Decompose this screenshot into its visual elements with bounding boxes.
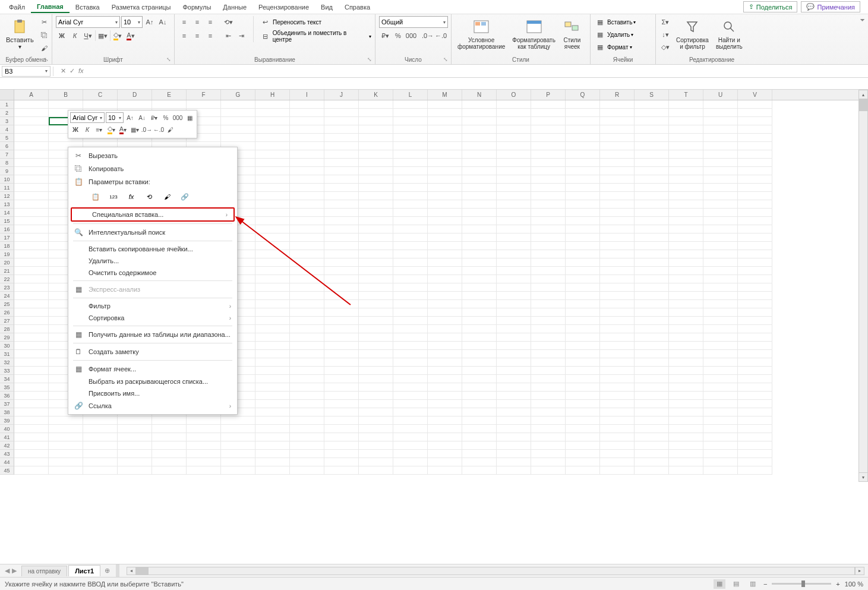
mini-inc-dec[interactable]: .0→: [141, 124, 152, 135]
cell[interactable]: [531, 417, 566, 425]
share-button[interactable]: ⇪Поделиться: [743, 1, 798, 12]
row-header[interactable]: 9: [0, 167, 14, 175]
cell[interactable]: [600, 142, 635, 150]
cell[interactable]: [635, 217, 669, 225]
cell[interactable]: [635, 125, 669, 134]
cell[interactable]: [393, 441, 428, 450]
collapse-ribbon-button[interactable]: ⏷: [860, 17, 866, 23]
cell[interactable]: [359, 167, 393, 175]
orientation-button[interactable]: ⟲▾: [222, 16, 234, 28]
cell[interactable]: [255, 242, 290, 250]
cell[interactable]: [83, 417, 118, 425]
cell[interactable]: [738, 275, 772, 283]
cell[interactable]: [14, 109, 49, 117]
ctx-new-note[interactable]: 🗒Создать заметку: [68, 345, 237, 358]
cell[interactable]: [531, 175, 566, 184]
ctx-filter[interactable]: Фильтр›: [68, 300, 237, 312]
cell[interactable]: [290, 317, 324, 325]
cell[interactable]: [14, 250, 49, 258]
sheet-tab-1[interactable]: на отправку: [21, 566, 67, 576]
cell[interactable]: [83, 450, 118, 458]
cell[interactable]: [738, 441, 772, 450]
cell[interactable]: [635, 184, 669, 192]
cell[interactable]: [359, 350, 393, 358]
mini-percent[interactable]: %: [160, 112, 171, 123]
cell[interactable]: [359, 392, 393, 400]
row-header[interactable]: 42: [0, 441, 14, 450]
cell[interactable]: [290, 383, 324, 392]
row-header[interactable]: 31: [0, 350, 14, 358]
cell[interactable]: [290, 142, 324, 150]
cell[interactable]: [497, 466, 531, 475]
cell[interactable]: [462, 392, 497, 400]
align-launcher[interactable]: ⤡: [367, 56, 372, 62]
cell[interactable]: [497, 450, 531, 458]
cell[interactable]: [359, 258, 393, 267]
cell[interactable]: [600, 283, 635, 292]
cell[interactable]: [359, 100, 393, 109]
cell[interactable]: [497, 292, 531, 300]
cell[interactable]: [462, 209, 497, 217]
cell[interactable]: [497, 342, 531, 350]
cell[interactable]: [531, 433, 566, 441]
cell[interactable]: [497, 150, 531, 159]
cell[interactable]: [462, 408, 497, 417]
cell[interactable]: [531, 167, 566, 175]
cell[interactable]: [600, 342, 635, 350]
col-header[interactable]: D: [118, 90, 152, 100]
cell[interactable]: [566, 383, 600, 392]
cell[interactable]: [669, 358, 703, 367]
cell[interactable]: [635, 209, 669, 217]
cell[interactable]: [255, 333, 290, 342]
cell[interactable]: [566, 250, 600, 258]
cell[interactable]: [255, 134, 290, 142]
cell[interactable]: [14, 134, 49, 142]
cell[interactable]: [531, 250, 566, 258]
cell[interactable]: [600, 433, 635, 441]
cell[interactable]: [635, 192, 669, 200]
cell[interactable]: [669, 342, 703, 350]
cell[interactable]: [497, 234, 531, 242]
cell[interactable]: [497, 400, 531, 408]
cell[interactable]: [14, 283, 49, 292]
cell[interactable]: [703, 109, 738, 117]
name-box[interactable]: B3▾: [2, 66, 50, 77]
cell[interactable]: [497, 392, 531, 400]
cell[interactable]: [669, 392, 703, 400]
mini-decrease-font[interactable]: A↓: [137, 112, 147, 123]
cell[interactable]: [669, 167, 703, 175]
cell[interactable]: [703, 250, 738, 258]
cell[interactable]: [669, 317, 703, 325]
cell[interactable]: [531, 358, 566, 367]
cell[interactable]: [635, 450, 669, 458]
cell[interactable]: [531, 375, 566, 383]
cell[interactable]: [566, 100, 600, 109]
cell[interactable]: [428, 450, 462, 458]
cell[interactable]: [497, 458, 531, 466]
cell[interactable]: [14, 458, 49, 466]
cell[interactable]: [324, 300, 359, 308]
cell[interactable]: [462, 425, 497, 433]
cell[interactable]: [738, 217, 772, 225]
cell[interactable]: [255, 109, 290, 117]
cell[interactable]: [669, 109, 703, 117]
cell[interactable]: [428, 466, 462, 475]
cell[interactable]: [635, 433, 669, 441]
cell[interactable]: [566, 466, 600, 475]
cell[interactable]: [497, 358, 531, 367]
cell[interactable]: [221, 466, 255, 475]
cell[interactable]: [462, 275, 497, 283]
cell[interactable]: [324, 458, 359, 466]
cell[interactable]: [566, 142, 600, 150]
row-header[interactable]: 10: [0, 175, 14, 184]
cell[interactable]: [428, 425, 462, 433]
cell[interactable]: [531, 100, 566, 109]
cell[interactable]: [14, 175, 49, 184]
cell[interactable]: [324, 425, 359, 433]
cell[interactable]: [738, 225, 772, 234]
cell[interactable]: [738, 175, 772, 184]
cell[interactable]: [359, 425, 393, 433]
cell[interactable]: [566, 375, 600, 383]
cell[interactable]: [566, 400, 600, 408]
view-page-break-button[interactable]: ▥: [747, 579, 759, 589]
